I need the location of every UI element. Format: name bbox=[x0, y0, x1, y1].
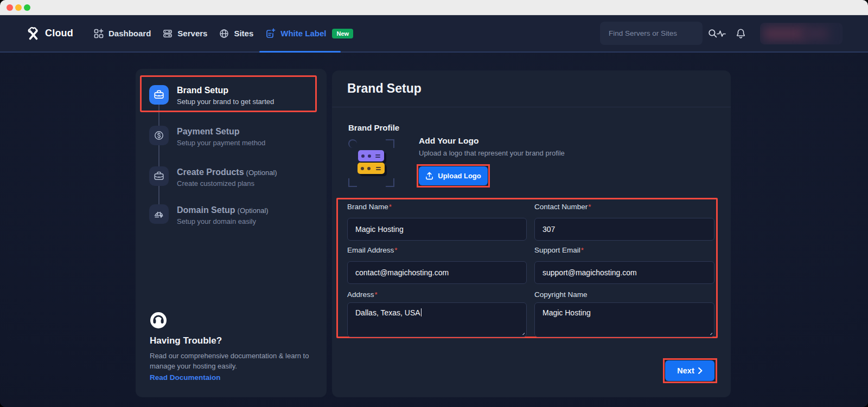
search-icon[interactable] bbox=[708, 29, 717, 38]
step-title: Payment Setup bbox=[177, 127, 240, 137]
top-navbar: Cloud Dashboard bbox=[0, 15, 868, 53]
step-subtitle: Create customized plans bbox=[177, 179, 254, 188]
upload-logo-button[interactable]: Upload Logo bbox=[419, 166, 488, 185]
frame-corner bbox=[348, 178, 357, 187]
brand-name-input[interactable] bbox=[347, 218, 527, 241]
active-tab-underline bbox=[259, 51, 341, 53]
briefcase-icon bbox=[149, 85, 169, 105]
field-label-address: Address* bbox=[347, 290, 527, 299]
macos-titlebar bbox=[0, 0, 868, 15]
briefcase-outline-icon bbox=[149, 166, 169, 186]
step-title: Create Products(Optional) bbox=[177, 167, 277, 177]
navbar-right bbox=[0, 15, 868, 51]
resize-grip-icon[interactable] bbox=[707, 330, 712, 335]
copyright-name-textarea[interactable]: Magic Hosting bbox=[534, 302, 714, 337]
brand-setup-panel: Brand Setup Brand Profile Add Your Logo bbox=[332, 70, 731, 397]
upload-icon bbox=[425, 172, 433, 180]
email-address-input[interactable] bbox=[347, 261, 527, 284]
resize-grip-icon[interactable] bbox=[520, 330, 525, 335]
logo-server-yellow bbox=[358, 163, 385, 174]
step-subtitle: Setup your payment method bbox=[177, 139, 265, 147]
panel-title: Brand Setup bbox=[347, 81, 422, 96]
field-label-contact-number: Contact Number* bbox=[534, 203, 714, 211]
search-box[interactable] bbox=[600, 22, 703, 45]
zoom-window-button[interactable] bbox=[24, 4, 30, 11]
field-label-email-address: Email Address* bbox=[347, 246, 527, 254]
domain-globe-cursor-icon bbox=[149, 204, 169, 224]
blurred-avatar bbox=[802, 27, 828, 40]
step-subtitle: Setup your brand to get started bbox=[177, 98, 274, 106]
activity-pulse-icon[interactable] bbox=[717, 29, 726, 40]
search-input[interactable] bbox=[600, 29, 708, 37]
step-subtitle: Setup your domain easily bbox=[177, 217, 256, 225]
field-label-brand-name: Brand Name* bbox=[347, 203, 527, 211]
upload-logo-label: Upload Logo bbox=[438, 172, 481, 180]
help-title: Having Trouble? bbox=[150, 335, 222, 346]
next-button[interactable]: Next bbox=[665, 360, 714, 381]
step-title: Brand Setup bbox=[177, 86, 228, 95]
user-account-chip[interactable] bbox=[760, 23, 843, 44]
app-window: Cloud Dashboard bbox=[0, 0, 868, 407]
field-label-copyright-name: Copyright Name bbox=[534, 290, 714, 299]
blurred-username bbox=[763, 27, 806, 41]
setup-stepper-card: Brand Setup Setup your brand to get star… bbox=[136, 69, 327, 397]
close-window-button[interactable] bbox=[7, 4, 13, 11]
field-label-support-email: Support Email* bbox=[534, 246, 714, 254]
contact-number-input[interactable] bbox=[534, 218, 714, 241]
frame-corner bbox=[348, 139, 357, 148]
address-value: Dallas, Texas, USA bbox=[355, 308, 420, 317]
panel-divider bbox=[332, 107, 731, 107]
read-documentation-link[interactable]: Read Documentaion bbox=[150, 373, 221, 382]
copyright-value: Magic Hosting bbox=[542, 308, 591, 317]
next-label: Next bbox=[677, 366, 694, 375]
text-caret bbox=[421, 308, 422, 316]
logo-server-purple bbox=[358, 150, 384, 161]
help-body: Read our comprehensive documentation & l… bbox=[150, 351, 314, 372]
chevron-right-icon bbox=[698, 367, 703, 374]
add-logo-heading: Add Your Logo bbox=[419, 136, 479, 146]
dollar-icon bbox=[149, 126, 169, 145]
add-logo-subheading: Upload a logo that represent your brand … bbox=[419, 149, 565, 157]
page-content: Brand Setup Setup your brand to get star… bbox=[0, 53, 868, 407]
address-textarea[interactable]: Dallas, Texas, USA bbox=[347, 302, 527, 337]
minimize-window-button[interactable] bbox=[15, 4, 22, 11]
support-email-input[interactable] bbox=[534, 261, 714, 284]
logo-placeholder bbox=[348, 139, 394, 187]
frame-corner bbox=[386, 139, 394, 148]
frame-corner bbox=[386, 178, 394, 187]
step-title: Domain Setup(Optional) bbox=[177, 205, 269, 215]
support-icon bbox=[150, 312, 167, 331]
brand-profile-label: Brand Profile bbox=[348, 123, 399, 132]
notification-bell-icon[interactable] bbox=[736, 28, 746, 41]
